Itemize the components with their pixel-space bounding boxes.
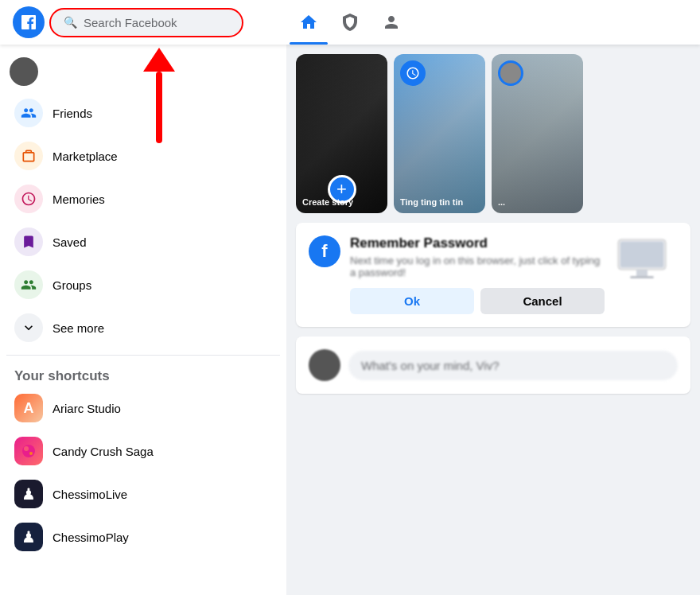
post-input-row: What's on your mind, Viv?: [309, 349, 678, 381]
nav-home-button[interactable]: [290, 3, 328, 41]
ariarc-icon: A: [14, 394, 43, 422]
divider: [6, 355, 280, 356]
ok-button[interactable]: Ok: [350, 288, 474, 314]
remember-pw-title: Remember Password: [350, 235, 605, 251]
svg-point-1: [24, 446, 29, 451]
svg-point-2: [29, 452, 33, 455]
search-placeholder: Search Facebook: [84, 16, 177, 29]
ariarc-label: Ariarc Studio: [52, 402, 121, 415]
svg-rect-4: [620, 242, 663, 267]
groups-icon: [14, 270, 43, 299]
main-body: Friends Marketplace Memories: [0, 45, 700, 595]
sidebar-item-memories[interactable]: Memories: [6, 178, 280, 220]
seemore-icon: [14, 313, 43, 342]
shortcuts-title: Your shortcuts: [6, 362, 280, 387]
candy-label: Candy Crush Saga: [52, 445, 154, 458]
chessimo-live-label: ChessimoLive: [52, 488, 127, 501]
remember-pw-subtitle: Next time you log in on this browser, ju…: [350, 255, 605, 278]
sidebar-item-groups[interactable]: Groups: [6, 264, 280, 305]
memories-icon: [14, 185, 43, 213]
friends-label: Friends: [52, 107, 92, 120]
story-card-2[interactable]: Ting ting tin tin: [394, 54, 485, 213]
groups-label: Groups: [52, 278, 91, 292]
story-avatar-2: [400, 60, 426, 86]
marketplace-icon: [14, 142, 43, 170]
story-label-2: Ting ting tin tin: [400, 197, 479, 207]
cancel-button[interactable]: Cancel: [480, 288, 605, 314]
chessimo-play-label: ChessimoPlay: [52, 531, 129, 544]
svg-point-0: [22, 445, 35, 457]
facebook-logo: [13, 6, 45, 38]
story-label-1: Create story: [302, 197, 381, 207]
shortcut-item-chessimo-play[interactable]: ♟ ChessimoPlay: [6, 516, 280, 558]
sidebar: Friends Marketplace Memories: [0, 45, 286, 595]
story-label-3: ...: [498, 197, 577, 207]
candy-icon: [14, 437, 43, 465]
shortcut-item-candy[interactable]: Candy Crush Saga: [6, 430, 280, 472]
shortcut-item-chessimo-live[interactable]: ♟ ChessimoLive: [6, 473, 280, 515]
nav-user-button[interactable]: [372, 3, 410, 41]
fb-icon-small: f: [309, 235, 340, 267]
post-box-card: What's on your mind, Viv?: [296, 336, 690, 394]
remember-pw-actions: Ok Cancel: [350, 288, 605, 314]
remember-pw-text: Remember Password Next time you log in o…: [350, 235, 605, 314]
marketplace-label: Marketplace: [52, 150, 118, 163]
search-icon: 🔍: [64, 16, 77, 29]
search-bar-wrapper[interactable]: 🔍 Search Facebook: [51, 10, 242, 36]
sidebar-item-seemore[interactable]: See more: [6, 307, 280, 348]
story-card-3[interactable]: ...: [492, 54, 583, 213]
saved-label: Saved: [52, 235, 87, 249]
post-user-avatar: [309, 349, 340, 381]
right-content: + Create story Ting ting tin tin ... f: [286, 45, 700, 595]
sidebar-item-friends[interactable]: Friends: [6, 92, 280, 134]
chessimo-live-icon: ♟: [14, 480, 43, 508]
svg-rect-6: [630, 276, 654, 278]
nav-shield-button[interactable]: [331, 3, 369, 41]
nav-center: [290, 3, 410, 41]
remember-password-card: f Remember Password Next time you log in…: [296, 223, 690, 327]
shortcut-item-ariarc[interactable]: A Ariarc Studio: [6, 387, 280, 429]
search-bar[interactable]: 🔍 Search Facebook: [51, 10, 242, 36]
post-input[interactable]: What's on your mind, Viv?: [348, 351, 678, 380]
sidebar-item-marketplace[interactable]: Marketplace: [6, 135, 280, 177]
sidebar-item-saved[interactable]: Saved: [6, 221, 280, 262]
svg-rect-5: [636, 270, 648, 276]
chessimo-play-icon: ♟: [14, 523, 43, 551]
story-avatar-3: [498, 60, 523, 86]
story-card-1[interactable]: + Create story: [296, 54, 387, 213]
monitor-icon: [614, 235, 678, 283]
stories-row: + Create story Ting ting tin tin ...: [296, 54, 690, 213]
user-avatar[interactable]: [10, 57, 38, 86]
top-nav: 🔍 Search Facebook: [0, 0, 700, 45]
friends-icon: [14, 99, 43, 127]
saved-icon: [14, 228, 43, 256]
memories-label: Memories: [52, 192, 105, 206]
seemore-label: See more: [52, 321, 104, 335]
